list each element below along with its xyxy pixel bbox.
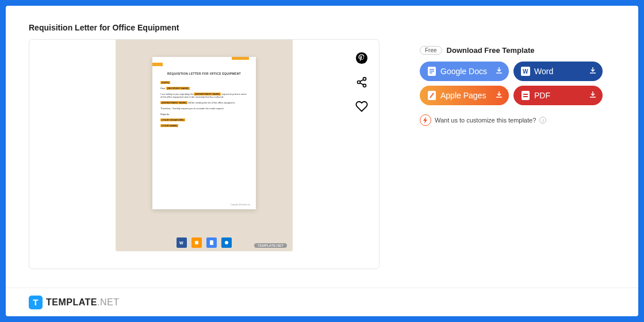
right-column: Free Download Free Template Google Docs …: [420, 23, 615, 288]
field-signature: [YOUR SIGNATURE]: [160, 118, 185, 121]
apple-pages-button[interactable]: Apple Pages: [420, 86, 509, 105]
content-area: Requisition Letter for Office Equipment …: [6, 6, 638, 288]
left-column: Requisition Letter for Office Equipment …: [29, 23, 379, 288]
page-title: Requisition Letter for Office Equipment: [29, 23, 379, 32]
pages-btn-icon: [427, 90, 437, 101]
outlook-icon: [221, 237, 232, 248]
svg-line-9: [360, 83, 363, 85]
footer: T TEMPLATE.NET: [6, 288, 638, 316]
accent-bar-left: [152, 63, 163, 66]
doc-footer: Copyright @Template.net: [231, 204, 250, 206]
field-date: [DATE]: [160, 81, 170, 84]
free-badge: Free: [420, 46, 442, 55]
logo-mark: T: [29, 296, 43, 309]
heart-icon[interactable]: [355, 99, 369, 113]
field-name: [YOUR NAME]: [160, 124, 178, 127]
svg-text:W: W: [179, 241, 183, 245]
template-tag: TEMPLATE.NET: [254, 243, 287, 248]
svg-point-7: [363, 84, 366, 87]
preview-box: REQUISITION LETTER FOR OFFICE EQUIPMENT …: [29, 39, 379, 269]
pdf-button[interactable]: PDF: [513, 86, 603, 105]
word-icon: W: [177, 237, 187, 248]
gdocs-icon: [206, 237, 217, 248]
pages-icon: [191, 237, 202, 248]
info-icon[interactable]: i: [539, 117, 546, 124]
svg-rect-2: [210, 240, 213, 245]
svg-point-3: [225, 241, 228, 244]
gdocs-btn-icon: [427, 66, 437, 76]
accent-bar-top: [232, 57, 249, 60]
field-dept2: [DEPARTMENT NAME]: [160, 101, 187, 104]
brand-suffix: .NET: [97, 297, 119, 307]
brand-logo[interactable]: T TEMPLATE.NET: [29, 296, 119, 309]
download-icon: [495, 91, 503, 101]
svg-rect-11: [430, 69, 434, 70]
pdf-label: PDF: [534, 91, 550, 100]
svg-line-8: [360, 79, 363, 81]
svg-rect-19: [523, 96, 528, 97]
svg-rect-12: [430, 71, 434, 72]
svg-rect-18: [523, 94, 528, 95]
download-icon: [495, 67, 503, 76]
download-icon: [589, 91, 597, 101]
download-buttons: Google Docs W Word Apple Pages PDF: [420, 62, 615, 105]
pinterest-icon[interactable]: [355, 51, 369, 65]
google-docs-button[interactable]: Google Docs: [420, 62, 509, 81]
word-btn-icon: W: [520, 66, 531, 76]
svg-rect-13: [430, 72, 432, 74]
svg-text:W: W: [523, 68, 528, 75]
svg-rect-1: [195, 241, 198, 244]
download-icon: [589, 67, 597, 76]
brand-name: TEMPLATE: [46, 297, 97, 307]
svg-point-4: [356, 52, 367, 64]
doc-title: REQUISITION LETTER FOR OFFICE EQUIPMENT: [160, 72, 248, 75]
word-button[interactable]: W Word: [513, 62, 603, 81]
download-title: Download Free Template: [447, 46, 535, 55]
document-preview: REQUISITION LETTER FOR OFFICE EQUIPMENT …: [152, 57, 256, 209]
download-header: Free Download Free Template: [420, 46, 615, 55]
overlay-actions: [355, 51, 369, 113]
svg-point-5: [363, 78, 366, 80]
svg-point-6: [358, 81, 361, 84]
svg-rect-17: [522, 91, 530, 100]
pages-label: Apple Pages: [440, 91, 486, 100]
field-recipient: [RECIPIENT NAME]: [166, 87, 190, 90]
customize-text: Want us to customize this template?: [435, 117, 536, 124]
bolt-icon: [420, 114, 431, 126]
gdocs-label: Google Docs: [440, 67, 487, 76]
customize-row[interactable]: Want us to customize this template? i: [420, 114, 615, 126]
share-icon[interactable]: [355, 75, 369, 89]
preview-canvas: REQUISITION LETTER FOR OFFICE EQUIPMENT …: [116, 40, 293, 251]
pdf-btn-icon: [520, 90, 531, 101]
word-label: Word: [534, 67, 553, 76]
app-frame: Requisition Letter for Office Equipment …: [6, 6, 638, 316]
format-icons-row: W: [177, 237, 232, 248]
